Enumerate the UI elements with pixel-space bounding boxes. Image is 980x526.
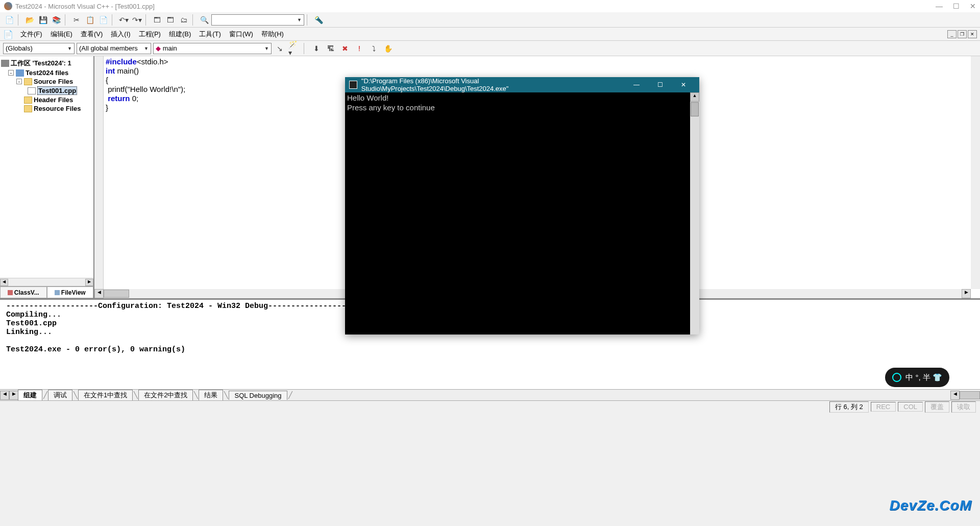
ime-indicator[interactable]: 中 °, 半 👕 <box>885 368 949 387</box>
editor-vscroll[interactable] <box>971 56 980 289</box>
tree-source-folder[interactable]: - Source Files <box>1 77 92 86</box>
close-button[interactable]: ✕ <box>970 2 976 10</box>
stop-build-button[interactable]: ✖ <box>339 42 351 55</box>
breakpoint-button[interactable]: ✋ <box>382 42 394 55</box>
menu-edit[interactable]: 编辑(E) <box>47 29 76 40</box>
menu-insert[interactable]: 插入(I) <box>108 29 133 40</box>
scope-combo[interactable]: (Globals)▼ <box>3 43 75 54</box>
console-minimize-button[interactable]: — <box>625 77 648 92</box>
menu-window[interactable]: 窗口(W) <box>226 29 256 40</box>
scroll-thumb[interactable] <box>691 102 699 116</box>
compile-button[interactable]: ⬇ <box>310 42 323 55</box>
menu-file[interactable]: 文件(F) <box>17 29 45 40</box>
collapse-icon[interactable]: - <box>16 79 22 84</box>
menu-tools[interactable]: 工具(T) <box>196 29 224 40</box>
output-tab-debug[interactable]: 调试 <box>48 390 72 400</box>
find-combo[interactable]: ▼ <box>211 14 304 26</box>
scroll-right-button[interactable]: ▶ <box>85 279 93 286</box>
tree-file-test001[interactable]: Test001.cpp <box>1 86 92 95</box>
new-file-button[interactable]: 📄 <box>3 14 15 26</box>
output-button[interactable]: 🗔 <box>164 14 177 26</box>
open-button[interactable]: 📂 <box>23 14 36 26</box>
menu-view[interactable]: 查看(V) <box>78 29 106 40</box>
scroll-up-button[interactable]: ▲ <box>690 92 699 102</box>
console-vscroll[interactable]: ▲ <box>690 92 699 334</box>
tab-fileview[interactable]: FileView <box>47 286 94 298</box>
undo-button[interactable]: ↶▾ <box>117 14 130 26</box>
tab-nav-right[interactable]: ▶ <box>9 391 18 400</box>
output-scroll-thumb[interactable] <box>960 391 980 399</box>
mdi-restore-button[interactable]: ❐ <box>958 30 967 38</box>
file-tree[interactable]: 工作区 'Test2024': 1 - Test2024 files - Sou… <box>0 56 93 278</box>
output-tab-find1[interactable]: 在文件1中查找 <box>78 390 133 400</box>
goto-button[interactable]: ↘ <box>274 42 286 55</box>
watermark: DevZe.CoM <box>890 497 972 514</box>
tree-resource-folder[interactable]: Resource Files <box>1 104 92 113</box>
cut-button[interactable]: ✂ <box>70 14 83 26</box>
statusbar: 行 6, 列 2 REC COL 覆盖 读取 <box>0 400 980 413</box>
tab-classview[interactable]: ClassV... <box>0 286 47 298</box>
scroll-right-button[interactable]: ▶ <box>962 289 971 298</box>
mdi-minimize-button[interactable]: _ <box>947 30 957 38</box>
status-over: 覆盖 <box>925 401 949 413</box>
find-in-files-button[interactable]: 🔍 <box>198 14 210 26</box>
output-tab-find2[interactable]: 在文件2中查找 <box>138 390 193 400</box>
app-icon <box>4 2 12 10</box>
search-button[interactable]: 🔦 <box>312 14 325 26</box>
sidebar-hscroll[interactable]: ◀ ▶ <box>0 278 93 286</box>
redo-button[interactable]: ↷▾ <box>131 14 143 26</box>
menubar: 📄 文件(F) 编辑(E) 查看(V) 插入(I) 工程(P) 组建(B) 工具… <box>0 28 980 41</box>
output-scroll-left[interactable]: ◀ <box>950 391 960 400</box>
tree-header-folder[interactable]: Header Files <box>1 95 92 104</box>
output-tab-sql[interactable]: SQL Debugging <box>229 391 287 400</box>
function-combo[interactable]: ◆ main▼ <box>153 43 272 54</box>
console-close-button[interactable]: ✕ <box>672 77 695 92</box>
go-button[interactable]: ⤵ <box>368 42 380 55</box>
window-titlebar: Test2024 - Microsoft Visual C++ - [Test0… <box>0 0 980 12</box>
status-position: 行 6, 列 2 <box>829 401 869 413</box>
menu-build[interactable]: 组建(B) <box>166 29 194 40</box>
folder-icon <box>24 78 32 85</box>
ime-text: 中 °, 半 👕 <box>905 373 942 382</box>
console-titlebar[interactable]: "D:\Program Files (x86)\Microsoft Visual… <box>345 77 699 92</box>
maximize-button[interactable]: ☐ <box>953 2 960 10</box>
workspace-icon <box>1 60 9 67</box>
copy-button[interactable]: 📋 <box>84 14 96 26</box>
tab-nav-left[interactable]: ◀ <box>0 391 9 400</box>
mdi-close-button[interactable]: ✕ <box>968 30 977 38</box>
scroll-thumb[interactable] <box>104 290 129 298</box>
console-output[interactable]: Hello World! Press any key to continue <box>345 92 699 334</box>
project-icon <box>16 69 24 77</box>
minimize-button[interactable]: — <box>936 2 943 10</box>
collapse-icon[interactable]: - <box>8 70 14 76</box>
menu-project[interactable]: 工程(P) <box>136 29 164 40</box>
build-button[interactable]: 🏗 <box>325 42 337 55</box>
menu-help[interactable]: 帮助(H) <box>258 29 287 40</box>
cpp-file-icon <box>28 87 36 94</box>
wizbar-actions-button[interactable]: 🪄▾ <box>288 42 300 55</box>
tree-workspace[interactable]: 工作区 'Test2024': 1 <box>1 58 92 68</box>
output-tab-build[interactable]: 组建 <box>18 390 42 400</box>
scroll-left-button[interactable]: ◀ <box>94 289 104 298</box>
tree-project[interactable]: - Test2024 files <box>1 68 92 77</box>
console-title-text: "D:\Program Files (x86)\Microsoft Visual… <box>361 77 625 92</box>
save-all-button[interactable]: 📚 <box>50 14 62 26</box>
console-maximize-button[interactable]: ☐ <box>648 77 672 92</box>
console-window[interactable]: "D:\Program Files (x86)\Microsoft Visual… <box>345 77 699 334</box>
editor-gutter <box>94 56 104 289</box>
console-icon <box>349 81 357 89</box>
wizard-toolbar: (Globals)▼ (All global members▼ ◆ main▼ … <box>0 41 980 56</box>
paste-button[interactable]: 📄 <box>97 14 109 26</box>
scroll-left-button[interactable]: ◀ <box>0 279 8 286</box>
output-tab-results[interactable]: 结果 <box>199 390 223 400</box>
status-col: COL <box>898 402 923 412</box>
ime-status-icon <box>892 373 901 382</box>
save-button[interactable]: 💾 <box>37 14 49 26</box>
execute-button[interactable]: ! <box>353 42 365 55</box>
members-combo[interactable]: (All global members▼ <box>77 43 151 54</box>
workspace-button[interactable]: 🗔 <box>151 14 163 26</box>
window-title: Test2024 - Microsoft Visual C++ - [Test0… <box>15 3 155 10</box>
window-list-button[interactable]: 🗂 <box>178 14 190 26</box>
folder-icon <box>24 97 32 104</box>
status-read: 读取 <box>951 401 976 413</box>
